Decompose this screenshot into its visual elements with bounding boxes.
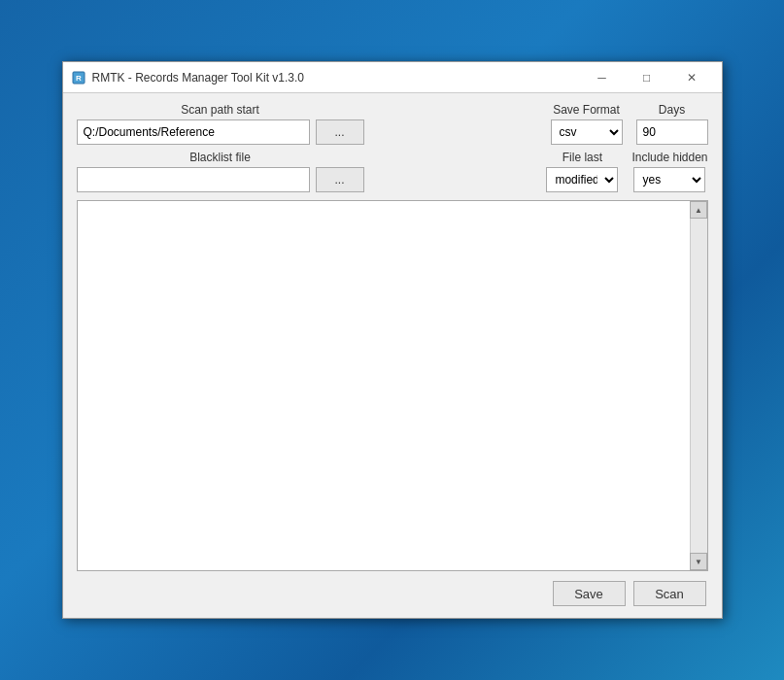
row1-right: Save Format csv xlsx txt Days bbox=[551, 103, 708, 145]
bottom-bar: Save Scan bbox=[77, 581, 708, 606]
blacklist-label: Blacklist file bbox=[77, 151, 364, 164]
save-button[interactable]: Save bbox=[553, 581, 626, 606]
scrollbar-down-button[interactable]: ▼ bbox=[690, 553, 707, 570]
blacklist-input-row: ... bbox=[77, 167, 364, 192]
days-input[interactable] bbox=[636, 119, 708, 145]
row2-right: File last modified accessed created Incl… bbox=[546, 151, 707, 192]
save-format-label: Save Format bbox=[553, 103, 620, 117]
scan-path-input-row: ... bbox=[77, 119, 364, 145]
title-bar: R RMTK - Records Manager Tool Kit v1.3.0… bbox=[63, 62, 722, 93]
minimize-button[interactable]: ─ bbox=[580, 63, 625, 92]
include-hidden-label: Include hidden bbox=[631, 151, 707, 164]
save-format-select[interactable]: csv xlsx txt bbox=[551, 119, 623, 145]
app-icon: R bbox=[71, 70, 86, 85]
blacklist-browse-button[interactable]: ... bbox=[316, 167, 364, 192]
blacklist-input[interactable] bbox=[77, 167, 310, 192]
file-last-select[interactable]: modified accessed created bbox=[546, 167, 618, 192]
days-label: Days bbox=[659, 103, 685, 117]
close-button[interactable]: ✕ bbox=[669, 63, 714, 92]
scan-path-input[interactable] bbox=[77, 119, 310, 145]
row1: Scan path start ... Save Format csv xlsx… bbox=[77, 103, 708, 145]
days-group: Days bbox=[636, 103, 708, 145]
scrollbar: ▲ ▼ bbox=[690, 201, 707, 570]
scrollbar-track[interactable] bbox=[691, 219, 707, 553]
row2: Blacklist file ... File last modified ac… bbox=[77, 151, 708, 192]
output-textarea[interactable] bbox=[78, 201, 690, 570]
scan-path-label: Scan path start bbox=[77, 103, 364, 117]
scan-path-browse-button[interactable]: ... bbox=[316, 119, 364, 145]
window-title: RMTK - Records Manager Tool Kit v1.3.0 bbox=[92, 71, 580, 85]
main-window: R RMTK - Records Manager Tool Kit v1.3.0… bbox=[62, 61, 723, 619]
scrollbar-up-button[interactable]: ▲ bbox=[690, 201, 707, 219]
maximize-button[interactable]: □ bbox=[625, 63, 669, 92]
blacklist-group: Blacklist file ... bbox=[77, 151, 364, 192]
scan-button[interactable]: Scan bbox=[633, 581, 706, 606]
file-last-label: File last bbox=[562, 151, 602, 164]
svg-text:R: R bbox=[76, 74, 82, 83]
file-last-group: File last modified accessed created bbox=[546, 151, 618, 192]
window-content: Scan path start ... Save Format csv xlsx… bbox=[63, 93, 722, 618]
save-format-group: Save Format csv xlsx txt bbox=[551, 103, 623, 145]
window-controls: ─ □ ✕ bbox=[580, 63, 714, 92]
include-hidden-group: Include hidden yes no bbox=[631, 151, 707, 192]
include-hidden-select[interactable]: yes no bbox=[633, 167, 705, 192]
scan-path-group: Scan path start ... bbox=[77, 103, 364, 145]
output-area-wrapper: ▲ ▼ bbox=[77, 200, 708, 571]
